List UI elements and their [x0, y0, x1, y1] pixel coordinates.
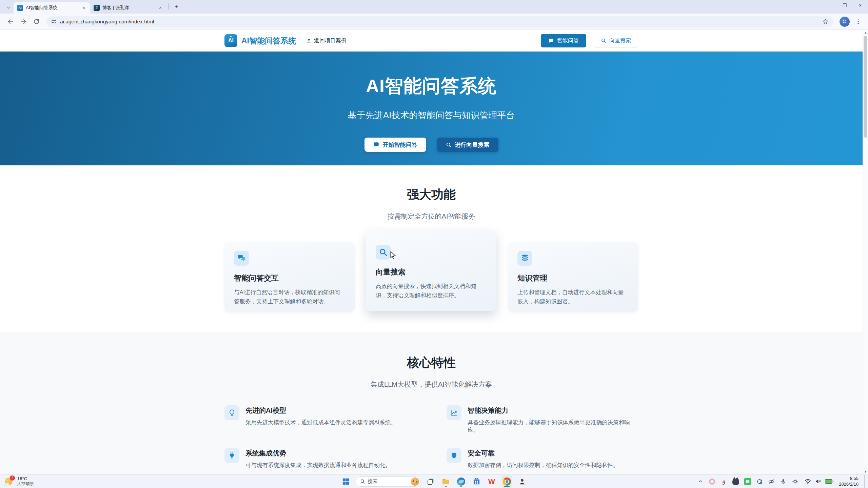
feature-card-title: 智能问答交互 [234, 273, 345, 283]
site-settings-icon[interactable] [51, 19, 57, 24]
page-scrollbar[interactable]: ▲ ▼ [863, 30, 868, 474]
brand-name[interactable]: AI智能问答系统 [241, 36, 296, 46]
forward-button[interactable] [18, 16, 29, 27]
task-view-icon [427, 478, 434, 485]
scrollbar-thumb[interactable] [864, 36, 867, 138]
back-button[interactable] [5, 16, 16, 27]
tab-title: 博客 | 张孔洋 [102, 5, 155, 11]
hero-section: AI智能问答系统 基于先进AI技术的智能问答与知识管理平台 开始智能问答 进行向… [0, 52, 863, 165]
taskbar-app-file-explorer[interactable] [440, 475, 451, 488]
tray-eye-hidden-icon[interactable] [768, 478, 775, 485]
start-button[interactable] [340, 475, 351, 488]
weather-sun-icon: 2 [4, 476, 14, 487]
taskbar-clock[interactable]: 8:55 2026/2/10 [839, 476, 859, 487]
taskbar-app-chrome[interactable] [501, 475, 512, 488]
three-dots-icon [855, 19, 861, 25]
lightbulb-icon [224, 405, 239, 420]
vector-search-button[interactable]: 进行向量搜索 [437, 138, 498, 152]
nav-chat-button[interactable]: 智能问答 [541, 34, 586, 47]
search-highlight-image[interactable] [411, 477, 419, 486]
tab-close-icon[interactable]: × [81, 5, 87, 11]
clock-date: 2026/2/10 [839, 482, 859, 487]
feature-card-title: 知识管理 [517, 273, 629, 283]
feature-card-title: 向量搜索 [376, 267, 487, 277]
features-subtitle: 按需制定全方位的AI智能服务 [0, 212, 863, 221]
tray-sync-icon[interactable] [756, 478, 763, 485]
feature-card-desc: 与AI进行自然语言对话，获取精准的知识问答服务，支持上下文理解和多轮对话。 [234, 288, 345, 306]
core-item-desc: 可与现有系统深度集成，实现数据流通和业务流程自动化。 [245, 462, 391, 469]
tab-close-icon[interactable]: × [157, 5, 163, 11]
taskbar-app-task-view[interactable] [425, 475, 436, 488]
site-logo-icon[interactable]: AI [224, 34, 237, 47]
feature-card-knowledge[interactable]: 知识管理 上传和管理文档，自动进行文本处理和向量嵌入，构建知识图谱。 [508, 242, 638, 312]
taskbar-app-contacts[interactable] [517, 475, 528, 488]
bookmark-star-icon[interactable] [822, 18, 829, 25]
core-item-desc: 数据加密存储，访问权限控制，确保知识的安全性和隐私性。 [468, 462, 619, 469]
tab-blog[interactable]: Z 博客 | 张孔洋 × [90, 2, 167, 14]
core-item-desc: 采用先进大模型技术，通过低成本组件灵活构建专属AI系统。 [245, 419, 396, 426]
wps-icon: W [488, 477, 495, 486]
window-minimize-button[interactable]: – [821, 0, 837, 11]
tab-divider [168, 3, 169, 9]
chrome-icon [503, 477, 511, 486]
window-close-button[interactable]: × [852, 0, 868, 11]
tray-touch-pen-icon[interactable] [791, 478, 799, 485]
address-bar[interactable]: ai.agent.zhangkongyang.com/index.html [46, 16, 833, 27]
chat-bubble-icon [548, 38, 554, 44]
tray-wechat-icon[interactable] [744, 478, 751, 485]
tray-chevron-up-icon[interactable] [696, 478, 704, 485]
vector-search-label: 进行向量搜索 [455, 141, 490, 149]
browser-menu-button[interactable] [853, 17, 863, 27]
url-text[interactable]: ai.agent.zhangkongyang.com/index.html [60, 19, 154, 25]
contact-person-icon [518, 478, 526, 485]
core-item-security: 安全可靠 数据加密存储，访问权限控制，确保知识的安全性和隐私性。 [447, 448, 638, 469]
tray-app-g-icon[interactable]: g [720, 478, 728, 485]
hero-title: AI智能问答系统 [0, 74, 863, 99]
back-arrow-icon [7, 18, 14, 25]
new-tab-button[interactable]: + [172, 2, 181, 12]
shield-icon [447, 448, 461, 463]
weather-temp: 16°C [17, 476, 34, 482]
nav-search-button[interactable]: 向量搜索 [594, 34, 638, 47]
weather-widget[interactable]: 2 16°C 大部晴朗 [4, 475, 34, 488]
core-item-title: 先进的AI模型 [245, 406, 396, 415]
refresh-button[interactable] [31, 16, 42, 27]
core-item-desc: 具备业务逻辑推理能力，能够基于知识体系做出更准确的决策和响应。 [468, 419, 638, 434]
features-section: 强大功能 按需制定全方位的AI智能服务 智能问答交互 与AI进行自然语言对话，获… [0, 165, 863, 312]
taskbar-app-microsoft-store[interactable] [471, 475, 482, 488]
core-item-title: 安全可靠 [468, 449, 619, 458]
browser-tab-strip: ⌄ AI AI智能问答系统 × Z 博客 | 张孔洋 × + – ❐ × [0, 0, 868, 14]
core-item-title: 智能决策能力 [468, 406, 638, 415]
scroll-down-arrow-icon[interactable]: ▼ [863, 469, 868, 474]
core-subtitle: 集成LLM大模型，提供AI智能化解决方案 [0, 380, 863, 389]
search-icon [601, 38, 606, 43]
tab-favicon-blog-icon: Z [94, 5, 100, 11]
nav-chat-label: 智能问答 [557, 37, 579, 44]
tray-microphone-icon[interactable] [780, 478, 787, 485]
window-maximize-button[interactable]: ❐ [837, 0, 852, 11]
feature-card-chat[interactable]: 智能问答交互 与AI进行自然语言对话，获取精准的知识问答服务，支持上下文理解和多… [224, 242, 355, 312]
scroll-up-arrow-icon[interactable]: ▲ [863, 30, 868, 35]
weather-condition: 大部晴朗 [17, 482, 34, 487]
feature-card-search[interactable]: 向量搜索 高效的向量搜索，快速找到相关文档和知识，支持语义理解和相似度排序。 [366, 230, 496, 311]
system-tray-group[interactable] [804, 478, 832, 485]
core-item-ai-model: 先进的AI模型 采用先进大模型技术，通过低成本组件灵活构建专属AI系统。 [224, 405, 416, 434]
taskbar-app-edge[interactable] [456, 475, 467, 488]
windows-logo-icon [342, 478, 350, 485]
clock-time: 8:55 [839, 476, 859, 482]
forward-arrow-icon [20, 18, 27, 25]
tab-ai-system[interactable]: AI AI智能问答系统 × [14, 2, 90, 14]
refresh-icon [33, 18, 40, 25]
show-desktop-button[interactable] [864, 475, 866, 488]
taskbar-search-box[interactable]: 搜索 [356, 476, 421, 487]
back-link-label: 返回项目案例 [314, 37, 347, 44]
tray-app-knot-icon[interactable] [708, 478, 716, 485]
taskbar-app-wps[interactable]: W [486, 475, 497, 488]
start-chat-button[interactable]: 开始智能问答 [364, 138, 426, 152]
chat-bubbles-icon [234, 251, 249, 266]
core-item-decision: 智能决策能力 具备业务逻辑推理能力，能够基于知识体系做出更准确的决策和响应。 [447, 405, 638, 434]
tray-app-cat-icon[interactable] [732, 478, 739, 485]
profile-avatar[interactable] [840, 17, 850, 27]
tab-search-chevron-icon[interactable]: ⌄ [3, 2, 14, 12]
back-to-projects-link[interactable]: 返回项目案例 [306, 37, 347, 44]
